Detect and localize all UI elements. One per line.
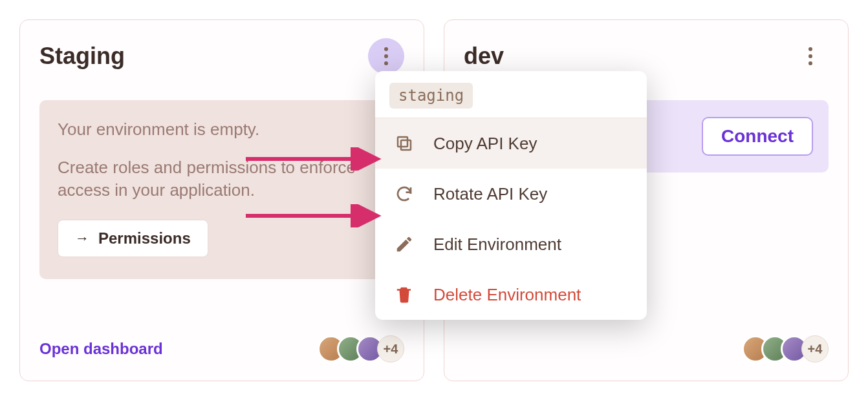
avatar-more-count: +4 <box>801 335 829 362</box>
environment-actions-popover: staging Copy API Key Rotate API Key Edit… <box>375 71 647 320</box>
svg-rect-0 <box>401 140 411 150</box>
card-title: dev <box>464 43 504 70</box>
copy-icon <box>393 132 415 154</box>
menu-item-label: Delete Environment <box>433 285 581 305</box>
menu-item-delete-environment[interactable]: Delete Environment <box>375 269 647 320</box>
menu-item-label: Rotate API Key <box>433 184 547 204</box>
environment-card-staging: Staging Your environment is empty. Creat… <box>19 19 424 381</box>
empty-title: Your environment is empty. <box>58 120 386 140</box>
permissions-button-label: Permissions <box>98 229 191 247</box>
card-header: dev <box>464 38 829 74</box>
avatar-stack[interactable]: +4 <box>742 335 829 362</box>
environment-tag: staging <box>389 83 473 109</box>
avatar-stack[interactable]: +4 <box>318 335 404 362</box>
menu-item-rotate-api-key[interactable]: Rotate API Key <box>375 169 647 219</box>
menu-item-edit-environment[interactable]: Edit Environment <box>375 219 647 269</box>
more-button[interactable] <box>368 38 404 74</box>
trash-icon <box>393 284 415 306</box>
open-dashboard-link[interactable]: Open dashboard <box>39 340 163 358</box>
card-header: Staging <box>39 38 404 74</box>
empty-description: Create roles and permissions to enforce … <box>58 156 386 202</box>
avatar-more-count: +4 <box>377 335 404 362</box>
more-vertical-icon <box>384 47 388 65</box>
more-vertical-icon <box>808 47 812 65</box>
empty-state-box: Your environment is empty. Create roles … <box>39 100 404 279</box>
menu-item-label: Edit Environment <box>433 235 561 255</box>
card-title: Staging <box>39 43 125 70</box>
card-footer: Open dashboard +4 <box>39 335 404 362</box>
card-footer: +4 <box>464 335 829 362</box>
permissions-button[interactable]: → Permissions <box>58 220 208 257</box>
pencil-icon <box>393 233 415 255</box>
more-button[interactable] <box>792 38 829 74</box>
connect-button[interactable]: Connect <box>702 117 813 156</box>
svg-rect-1 <box>398 137 407 147</box>
rotate-icon <box>393 183 415 205</box>
menu-item-label: Copy API Key <box>433 134 537 154</box>
arrow-right-icon: → <box>75 230 89 247</box>
menu-item-copy-api-key[interactable]: Copy API Key <box>375 118 647 169</box>
